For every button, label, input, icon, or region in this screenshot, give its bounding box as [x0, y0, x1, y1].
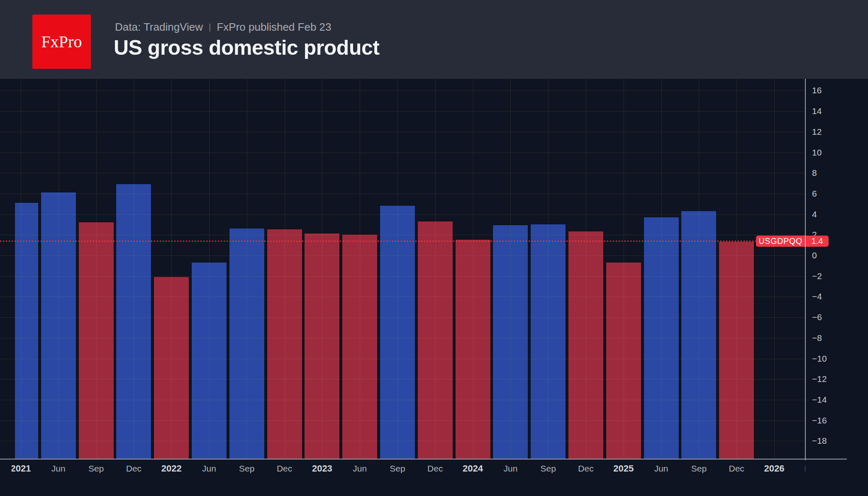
price-tick-label: −18 [812, 435, 827, 446]
time-tick-label: Sep [691, 463, 707, 474]
last-price-line [0, 241, 805, 242]
gdp-bar-q4-2023 [417, 221, 454, 460]
time-tick-label: 2022 [161, 463, 182, 474]
gdp-bar-q3-2025 [680, 210, 717, 459]
time-tick-label: Jun [202, 463, 216, 474]
time-tick-label: Dec [277, 463, 292, 474]
time-tick-label: Sep [88, 463, 104, 474]
price-tick-label: −10 [812, 353, 827, 364]
gdp-bar-q4-2024 [568, 231, 604, 459]
chart-area: 1614121086420−2−4−6−8−10−12−14−16−18 202… [0, 79, 868, 496]
price-tick-label: −2 [812, 271, 822, 282]
time-tick-label: 2026 [764, 463, 785, 474]
time-scale: 2021JunSepDec2022JunSepDec2023JunSepDec2… [12, 459, 805, 488]
data-source-line: Data: TradingView | FxPro published Feb … [115, 21, 332, 34]
gdp-bar-q1-2025 [605, 262, 642, 459]
price-tick-label: −4 [812, 291, 822, 302]
time-tick-label: Feb [805, 463, 805, 474]
price-tick-label: 6 [812, 188, 817, 199]
price-tick-label: −16 [812, 415, 827, 426]
time-tick-label: Dec [126, 463, 141, 474]
gdp-bar-q2-2023 [341, 234, 378, 459]
header: FxPro Data: TradingView | FxPro publishe… [0, 0, 868, 79]
symbol-label: USGDPQQ [756, 236, 805, 246]
time-tick-label: Jun [353, 463, 367, 474]
fxpro-logo: FxPro [32, 15, 91, 69]
separator-bar: | [209, 22, 211, 32]
fxpro-gdp-chart-screenshot: FxPro Data: TradingView | FxPro publishe… [0, 0, 868, 496]
gdp-bar-q3-2023 [379, 205, 416, 459]
time-tick-label: Jun [503, 463, 517, 474]
gdp-bar-q4-2022 [266, 229, 303, 459]
time-tick-label: 2025 [613, 463, 634, 474]
gdp-bar-q1-2022 [153, 276, 190, 459]
time-tick-label: Dec [729, 463, 744, 474]
gdp-bar-q2-2025 [643, 216, 680, 459]
page-title: US gross domestic product [114, 36, 379, 60]
time-tick-label: Sep [390, 463, 405, 474]
gdp-bar-q4-2021 [115, 183, 152, 459]
time-tick-label: 2023 [312, 463, 332, 474]
price-tick-label: 14 [812, 106, 822, 117]
gdp-bar-q1-2024 [455, 239, 491, 459]
price-tick-label: 10 [812, 147, 822, 158]
data-source-text: Data: TradingView [115, 21, 203, 34]
price-axis-line [805, 79, 806, 460]
gdp-bar-q3-2021 [78, 221, 115, 459]
bars-layer [0, 79, 805, 459]
time-tick-label: Dec [427, 463, 443, 474]
time-tick-label: Sep [239, 463, 254, 474]
price-tick-label: 16 [812, 85, 822, 96]
gdp-bar-q3-2024 [530, 224, 566, 459]
price-tick-label: −12 [812, 374, 827, 384]
gdp-bar-q2-2024 [492, 224, 529, 459]
time-tick-label: 2024 [463, 463, 483, 474]
price-tick-label: −6 [812, 312, 822, 323]
price-tick-label: 0 [812, 250, 817, 261]
price-tick-label: −8 [812, 333, 822, 343]
gdp-bar-q3-2022 [229, 228, 265, 459]
price-tick-label: 12 [812, 126, 822, 137]
last-price-value: 1.4 [806, 236, 829, 246]
time-tick-label: Sep [541, 463, 556, 474]
last-price-badge: USGDPQQ 1.4 [756, 236, 829, 247]
time-tick-label: 2021 [12, 463, 31, 474]
fxpro-logo-text: FxPro [41, 32, 82, 51]
gdp-bar-q1-2023 [304, 233, 340, 459]
gdp-bar-q2-2022 [191, 262, 227, 459]
time-tick-label: Jun [654, 463, 668, 474]
gdp-bar-q4-2025 [718, 241, 755, 459]
price-tick-label: 8 [812, 168, 817, 178]
time-tick-label: Dec [578, 463, 593, 474]
price-tick-label: 4 [812, 209, 817, 220]
time-tick-label: Jun [51, 463, 66, 474]
publisher-text: FxPro published Feb 23 [217, 21, 331, 34]
gdp-bar-q2-2021 [40, 192, 77, 459]
price-tick-label: −14 [812, 394, 827, 405]
